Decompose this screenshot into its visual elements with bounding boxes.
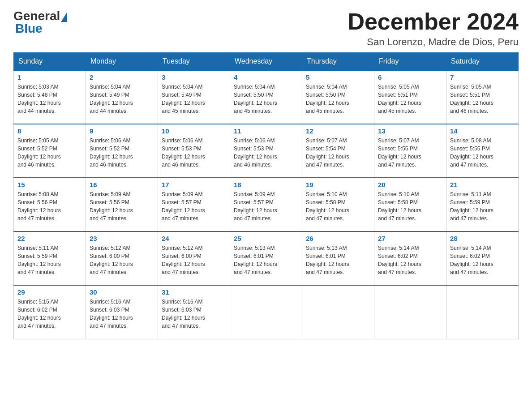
day-info: Sunrise: 5:09 AMSunset: 5:56 PMDaylight:… [90, 190, 154, 223]
logo-blue-text: Blue [15, 21, 67, 36]
day-info: Sunrise: 5:06 AMSunset: 5:53 PMDaylight:… [234, 137, 298, 169]
day-number: 31 [162, 288, 226, 296]
day-cell-8: 8Sunrise: 5:05 AMSunset: 5:52 PMDaylight… [14, 124, 86, 178]
day-info: Sunrise: 5:13 AMSunset: 6:01 PMDaylight:… [234, 244, 298, 276]
day-number: 16 [90, 181, 154, 188]
day-cell-9: 9Sunrise: 5:06 AMSunset: 5:52 PMDaylight… [86, 124, 158, 178]
week-row-5: 29Sunrise: 5:15 AMSunset: 6:02 PMDayligh… [14, 285, 519, 339]
day-info: Sunrise: 5:08 AMSunset: 5:56 PMDaylight:… [17, 190, 82, 223]
calendar-table: SundayMondayTuesdayWednesdayThursdayFrid… [13, 52, 519, 339]
day-number: 30 [90, 288, 154, 296]
logo: General Blue [13, 9, 67, 36]
day-info: Sunrise: 5:06 AMSunset: 5:52 PMDaylight:… [90, 137, 154, 169]
day-number: 1 [17, 73, 82, 81]
day-cell-11: 11Sunrise: 5:06 AMSunset: 5:53 PMDayligh… [230, 124, 302, 178]
day-number: 9 [90, 127, 154, 135]
day-cell-10: 10Sunrise: 5:06 AMSunset: 5:53 PMDayligh… [158, 124, 230, 178]
day-cell-24: 24Sunrise: 5:12 AMSunset: 6:00 PMDayligh… [158, 231, 230, 285]
day-number: 29 [17, 288, 82, 296]
day-info: Sunrise: 5:04 AMSunset: 5:49 PMDaylight:… [90, 83, 154, 115]
day-cell-15: 15Sunrise: 5:08 AMSunset: 5:56 PMDayligh… [14, 178, 86, 231]
day-cell-14: 14Sunrise: 5:08 AMSunset: 5:55 PMDayligh… [446, 124, 519, 178]
empty-cell [302, 285, 374, 339]
day-number: 24 [162, 235, 226, 242]
day-number: 15 [17, 181, 82, 188]
day-number: 10 [162, 127, 226, 135]
day-cell-12: 12Sunrise: 5:07 AMSunset: 5:54 PMDayligh… [302, 124, 374, 178]
day-cell-26: 26Sunrise: 5:13 AMSunset: 6:01 PMDayligh… [302, 231, 374, 285]
day-number: 27 [378, 235, 442, 242]
day-info: Sunrise: 5:09 AMSunset: 5:57 PMDaylight:… [162, 190, 226, 223]
day-info: Sunrise: 5:14 AMSunset: 6:02 PMDaylight:… [450, 244, 515, 276]
day-header-monday: Monday [86, 53, 158, 71]
day-number: 20 [378, 181, 442, 188]
day-cell-30: 30Sunrise: 5:16 AMSunset: 6:03 PMDayligh… [86, 285, 158, 339]
day-number: 12 [306, 127, 370, 135]
empty-cell [374, 285, 446, 339]
day-info: Sunrise: 5:10 AMSunset: 5:58 PMDaylight:… [306, 190, 370, 223]
day-number: 7 [450, 73, 515, 81]
day-info: Sunrise: 5:16 AMSunset: 6:03 PMDaylight:… [162, 298, 226, 330]
day-cell-4: 4Sunrise: 5:04 AMSunset: 5:50 PMDaylight… [230, 70, 302, 124]
day-number: 23 [90, 235, 154, 242]
day-cell-19: 19Sunrise: 5:10 AMSunset: 5:58 PMDayligh… [302, 178, 374, 231]
week-row-3: 15Sunrise: 5:08 AMSunset: 5:56 PMDayligh… [14, 178, 519, 231]
day-info: Sunrise: 5:05 AMSunset: 5:51 PMDaylight:… [450, 83, 515, 115]
day-info: Sunrise: 5:04 AMSunset: 5:50 PMDaylight:… [306, 83, 370, 115]
month-title: December 2024 [348, 9, 519, 34]
day-number: 6 [378, 73, 442, 81]
day-number: 14 [450, 127, 515, 135]
day-header-wednesday: Wednesday [230, 53, 302, 71]
day-number: 25 [234, 235, 298, 242]
day-cell-16: 16Sunrise: 5:09 AMSunset: 5:56 PMDayligh… [86, 178, 158, 231]
day-info: Sunrise: 5:04 AMSunset: 5:49 PMDaylight:… [162, 83, 226, 115]
day-cell-7: 7Sunrise: 5:05 AMSunset: 5:51 PMDaylight… [446, 70, 519, 124]
day-cell-13: 13Sunrise: 5:07 AMSunset: 5:55 PMDayligh… [374, 124, 446, 178]
day-number: 13 [378, 127, 442, 135]
day-info: Sunrise: 5:16 AMSunset: 6:03 PMDaylight:… [90, 298, 154, 330]
day-cell-1: 1Sunrise: 5:03 AMSunset: 5:48 PMDaylight… [14, 70, 86, 124]
day-number: 2 [90, 73, 154, 81]
day-info: Sunrise: 5:05 AMSunset: 5:51 PMDaylight:… [378, 83, 442, 115]
title-area: December 2024 San Lorenzo, Madre de Dios… [348, 9, 519, 48]
empty-cell [230, 285, 302, 339]
day-info: Sunrise: 5:12 AMSunset: 6:00 PMDaylight:… [90, 244, 154, 276]
day-info: Sunrise: 5:09 AMSunset: 5:57 PMDaylight:… [234, 190, 298, 223]
calendar-header-row: SundayMondayTuesdayWednesdayThursdayFrid… [14, 53, 519, 71]
day-info: Sunrise: 5:15 AMSunset: 6:02 PMDaylight:… [17, 298, 82, 330]
day-header-thursday: Thursday [302, 53, 374, 71]
day-cell-3: 3Sunrise: 5:04 AMSunset: 5:49 PMDaylight… [158, 70, 230, 124]
day-cell-18: 18Sunrise: 5:09 AMSunset: 5:57 PMDayligh… [230, 178, 302, 231]
day-header-saturday: Saturday [446, 53, 519, 71]
day-info: Sunrise: 5:04 AMSunset: 5:50 PMDaylight:… [234, 83, 298, 115]
day-cell-5: 5Sunrise: 5:04 AMSunset: 5:50 PMDaylight… [302, 70, 374, 124]
day-info: Sunrise: 5:08 AMSunset: 5:55 PMDaylight:… [450, 137, 515, 169]
day-cell-31: 31Sunrise: 5:16 AMSunset: 6:03 PMDayligh… [158, 285, 230, 339]
day-header-sunday: Sunday [14, 53, 86, 71]
day-number: 19 [306, 181, 370, 188]
day-cell-21: 21Sunrise: 5:11 AMSunset: 5:59 PMDayligh… [446, 178, 519, 231]
day-number: 28 [450, 235, 515, 242]
day-cell-28: 28Sunrise: 5:14 AMSunset: 6:02 PMDayligh… [446, 231, 519, 285]
day-number: 8 [17, 127, 82, 135]
day-info: Sunrise: 5:06 AMSunset: 5:53 PMDaylight:… [162, 137, 226, 169]
day-number: 22 [17, 235, 82, 242]
day-cell-2: 2Sunrise: 5:04 AMSunset: 5:49 PMDaylight… [86, 70, 158, 124]
logo-triangle-icon [61, 12, 67, 22]
day-cell-20: 20Sunrise: 5:10 AMSunset: 5:58 PMDayligh… [374, 178, 446, 231]
day-cell-23: 23Sunrise: 5:12 AMSunset: 6:00 PMDayligh… [86, 231, 158, 285]
day-info: Sunrise: 5:07 AMSunset: 5:54 PMDaylight:… [306, 137, 370, 169]
day-number: 21 [450, 181, 515, 188]
day-cell-25: 25Sunrise: 5:13 AMSunset: 6:01 PMDayligh… [230, 231, 302, 285]
page-header: General Blue December 2024 San Lorenzo, … [13, 9, 519, 48]
day-number: 5 [306, 73, 370, 81]
day-info: Sunrise: 5:13 AMSunset: 6:01 PMDaylight:… [306, 244, 370, 276]
day-cell-22: 22Sunrise: 5:11 AMSunset: 5:59 PMDayligh… [14, 231, 86, 285]
day-number: 11 [234, 127, 298, 135]
day-header-friday: Friday [374, 53, 446, 71]
day-cell-29: 29Sunrise: 5:15 AMSunset: 6:02 PMDayligh… [14, 285, 86, 339]
day-info: Sunrise: 5:07 AMSunset: 5:55 PMDaylight:… [378, 137, 442, 169]
day-info: Sunrise: 5:03 AMSunset: 5:48 PMDaylight:… [17, 83, 82, 115]
day-cell-17: 17Sunrise: 5:09 AMSunset: 5:57 PMDayligh… [158, 178, 230, 231]
week-row-4: 22Sunrise: 5:11 AMSunset: 5:59 PMDayligh… [14, 231, 519, 285]
